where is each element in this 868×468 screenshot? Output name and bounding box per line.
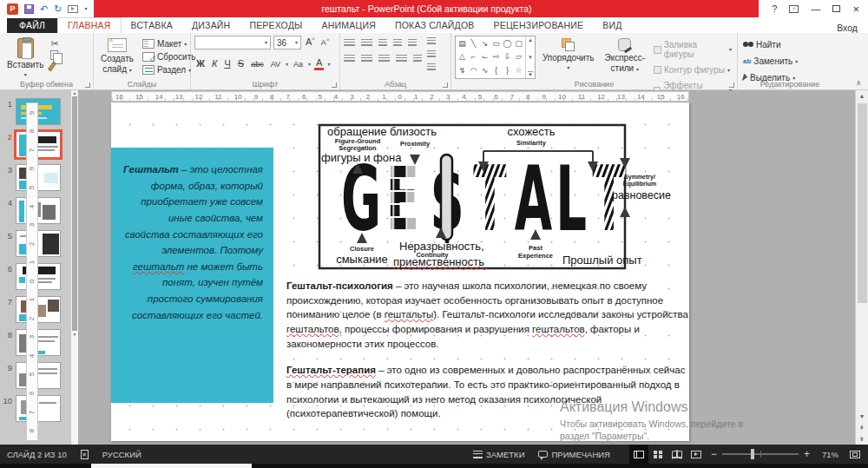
ribbon-display-options-icon[interactable]: ˄: [789, 5, 799, 13]
section-button[interactable]: Раздел▾: [141, 64, 197, 76]
redo-icon[interactable]: ↻: [54, 4, 62, 14]
shape-option[interactable]: ⌐: [471, 53, 476, 61]
text-direction-icon[interactable]: [427, 37, 436, 46]
shape-option[interactable]: ▭: [492, 40, 500, 48]
slide-thumbnail-8[interactable]: [16, 329, 61, 356]
help-icon[interactable]: ?: [772, 4, 777, 14]
scroll-up-icon[interactable]: ▲: [859, 90, 865, 102]
shape-outline-button[interactable]: Контур фигуры▾: [652, 64, 733, 76]
slide-thumbnail-9[interactable]: [16, 362, 61, 389]
slide-thumbnail-4[interactable]: [16, 197, 61, 224]
close-icon[interactable]: ×: [852, 3, 859, 15]
shape-option[interactable]: ⇩: [504, 53, 511, 61]
slide-canvas[interactable]: Гештальт – это целостная форма, образ, к…: [111, 102, 689, 441]
scroll-down-icon[interactable]: ▼: [859, 411, 865, 422]
zoom-slider[interactable]: [722, 453, 799, 455]
shape-option[interactable]: ∿: [482, 67, 489, 75]
shape-option[interactable]: ▤: [458, 40, 466, 48]
sidebar-text-box[interactable]: Гештальт – это целостная форма, образ, к…: [111, 148, 273, 403]
arrange-button[interactable]: Упорядочить ▾: [539, 36, 598, 73]
replace-button[interactable]: abЗаменить▾: [741, 56, 799, 67]
shapes-gallery-scrollbar[interactable]: ▲ ▼ ▼: [525, 36, 535, 78]
body-text-box[interactable]: Гештальт-психология – это научная школа …: [286, 279, 689, 433]
layout-button[interactable]: Макет▾: [141, 38, 197, 49]
decrease-indent-icon[interactable]: [378, 39, 387, 48]
main-scrollbar[interactable]: ▲ ▼ ⇞ ⇟: [855, 90, 868, 445]
tab-design[interactable]: ДИЗАЙН: [182, 18, 240, 33]
sign-in-link[interactable]: Вход: [837, 23, 868, 33]
columns-icon[interactable]: [413, 55, 422, 63]
zoom-in-button[interactable]: +: [804, 449, 810, 459]
dialog-launcher-icon[interactable]: [443, 82, 448, 88]
cut-icon[interactable]: ✂: [50, 39, 58, 49]
shape-option[interactable]: ↘: [482, 40, 489, 48]
zoom-level[interactable]: 71%: [815, 445, 845, 464]
shape-option[interactable]: ▢: [515, 40, 523, 48]
char-spacing-button[interactable]: AV: [269, 60, 282, 69]
shape-option[interactable]: ╲: [471, 40, 476, 48]
scrollbar-thumb[interactable]: [72, 96, 77, 331]
previous-slide-icon[interactable]: ⇞: [859, 422, 865, 433]
gallery-more-icon[interactable]: ▼: [528, 71, 533, 77]
align-right-icon[interactable]: [378, 55, 390, 63]
comments-toggle[interactable]: ПРИМЕЧАНИЯ: [531, 445, 616, 464]
format-painter-icon[interactable]: [49, 62, 57, 71]
shape-fill-button[interactable]: Заливка фигуры▾: [652, 39, 733, 60]
undo-icon[interactable]: ↶: [40, 4, 48, 14]
slide-thumbnail-6[interactable]: [16, 263, 61, 290]
scroll-up-icon[interactable]: ▲: [73, 90, 77, 96]
next-slide-icon[interactable]: ⇟: [859, 433, 865, 445]
scroll-down-icon[interactable]: ▼: [73, 332, 77, 337]
increase-indent-icon[interactable]: [393, 39, 402, 48]
tab-transitions[interactable]: ПЕРЕХОДЫ: [240, 18, 312, 33]
paste-button[interactable]: Вставить ▾: [3, 36, 47, 80]
shape-option[interactable]: ☆: [515, 67, 522, 75]
justify-icon[interactable]: [396, 55, 407, 63]
slide-thumbnail-2[interactable]: [16, 131, 61, 158]
slide-thumbnail-7[interactable]: [16, 296, 61, 323]
shadow-strike-button[interactable]: S: [236, 58, 246, 69]
language-indicator[interactable]: РУССКИЙ: [95, 445, 148, 464]
shape-option[interactable]: △: [459, 53, 465, 61]
restore-icon[interactable]: [832, 5, 840, 12]
underline-button[interactable]: Ч: [222, 58, 232, 69]
shape-option[interactable]: ▱: [516, 53, 522, 61]
normal-view-button[interactable]: [629, 445, 648, 464]
tab-review[interactable]: РЕЦЕНЗИРОВАНИЕ: [484, 18, 594, 33]
collapse-ribbon-icon[interactable]: ∧: [856, 79, 861, 87]
numbering-icon[interactable]: [361, 39, 372, 48]
tab-insert[interactable]: ВСТАВКА: [122, 18, 182, 33]
grow-font-icon[interactable]: А˄: [304, 36, 317, 48]
taskbar-search-box[interactable]: [91, 464, 252, 468]
shape-option[interactable]: ◯: [503, 40, 511, 48]
gestalt-diagram[interactable]: G E $ T A L T об: [317, 123, 686, 271]
spellcheck-status-button[interactable]: ✕: [74, 445, 95, 464]
reading-view-button[interactable]: [667, 445, 687, 464]
slide-thumbnail-1[interactable]: [16, 98, 61, 125]
start-slideshow-icon[interactable]: [68, 5, 78, 13]
change-case-button[interactable]: Aa: [292, 60, 305, 69]
customize-qat-icon[interactable]: ▾: [84, 6, 87, 11]
scroll-up-icon[interactable]: ▲: [528, 37, 533, 43]
scrollbar-thumb[interactable]: [858, 103, 867, 303]
find-button[interactable]: Найти: [741, 39, 799, 50]
quick-styles-button[interactable]: Экспресс-стили ▾: [601, 36, 648, 76]
shape-option[interactable]: ⇨: [493, 53, 500, 61]
font-name-combo[interactable]: ▾: [194, 36, 271, 49]
shape-option[interactable]: ◠: [470, 67, 477, 75]
minimize-icon[interactable]: —: [811, 4, 820, 14]
vertical-ruler[interactable]: 987654321012345678: [26, 102, 38, 441]
line-spacing-icon[interactable]: [408, 39, 417, 48]
shape-option[interactable]: }: [506, 67, 509, 75]
zoom-out-button[interactable]: −: [711, 449, 717, 459]
dialog-launcher-icon[interactable]: [332, 82, 337, 88]
shape-option[interactable]: {: [495, 67, 497, 75]
font-size-combo[interactable]: 36▾: [273, 36, 301, 49]
slide-thumbnail-10[interactable]: [16, 395, 61, 422]
strikethrough-button[interactable]: abc: [249, 60, 266, 69]
new-slide-button[interactable]: Создатьслайд ▾: [97, 36, 137, 76]
font-color-button[interactable]: А: [314, 58, 324, 70]
shape-option[interactable]: ⌙: [482, 53, 489, 61]
shape-option[interactable]: ↯: [459, 67, 466, 75]
align-center-icon[interactable]: [361, 55, 372, 63]
